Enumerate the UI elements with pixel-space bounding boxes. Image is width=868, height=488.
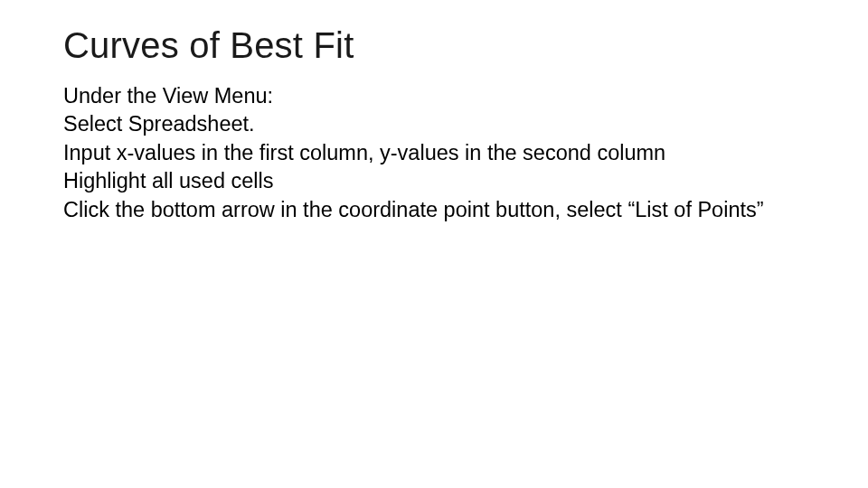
body-line: Input x-values in the first column, y-va… — [63, 139, 805, 167]
slide-title: Curves of Best Fit — [63, 25, 805, 66]
slide-body: Under the View Menu: Select Spreadsheet.… — [63, 82, 805, 224]
body-line: Click the bottom arrow in the coordinate… — [63, 196, 805, 224]
body-line: Highlight all used cells — [63, 167, 805, 195]
body-line: Select Spreadsheet. — [63, 110, 805, 138]
body-line: Under the View Menu: — [63, 82, 805, 110]
